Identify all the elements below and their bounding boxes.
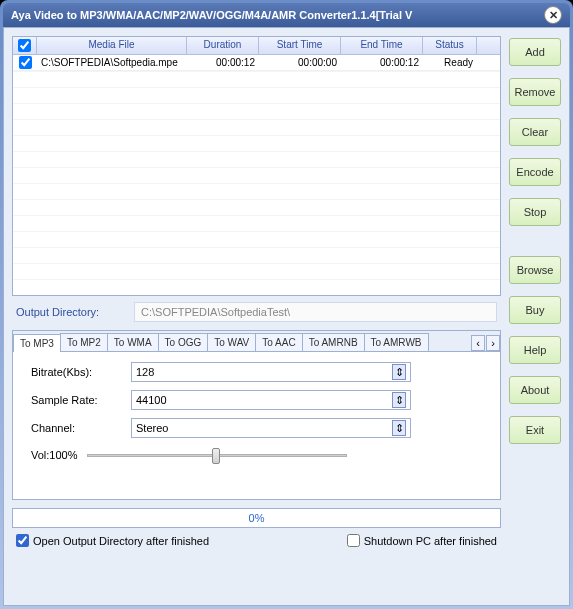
tabstrip: To MP3 To MP2 To WMA To OGG To WAV To AA… (13, 331, 500, 351)
shutdown-label: Shutdown PC after finished (364, 535, 497, 547)
sidebar: Add Remove Clear Encode Stop Browse Buy … (509, 36, 561, 597)
samplerate-select[interactable]: 44100 ⇕ (131, 390, 411, 410)
channel-label: Channel: (31, 422, 131, 434)
browse-button[interactable]: Browse (509, 256, 561, 284)
file-list: Media File Duration Start Time End Time … (12, 36, 501, 296)
output-directory-label: Output Directory: (16, 306, 126, 318)
updown-icon: ⇕ (395, 422, 404, 435)
bitrate-row: Bitrate(Kbs): 128 ⇕ (31, 362, 482, 382)
samplerate-spinner[interactable]: ⇕ (392, 392, 406, 408)
header-checkbox-cell (13, 37, 37, 54)
volume-label: Vol:100% (31, 449, 77, 461)
tab-mp3[interactable]: To MP3 (13, 334, 61, 352)
progress-text: 0% (249, 512, 265, 524)
tab-scroll-left[interactable]: ‹ (471, 335, 485, 351)
chevron-right-icon: › (491, 337, 495, 349)
progress-bar: 0% (12, 508, 501, 528)
samplerate-row: Sample Rate: 44100 ⇕ (31, 390, 482, 410)
open-output-checkbox[interactable] (16, 534, 29, 547)
cell-start: 00:00:00 (259, 56, 341, 69)
tab-wav[interactable]: To WAV (207, 333, 256, 351)
help-button[interactable]: Help (509, 336, 561, 364)
col-mediafile[interactable]: Media File (37, 37, 187, 54)
format-tabs-group: To MP3 To MP2 To WMA To OGG To WAV To AA… (12, 330, 501, 500)
volume-row: Vol:100% (31, 446, 482, 464)
col-duration[interactable]: Duration (187, 37, 259, 54)
header-checkbox[interactable] (18, 39, 31, 52)
channel-value: Stereo (136, 422, 168, 434)
bitrate-label: Bitrate(Kbs): (31, 366, 131, 378)
col-status[interactable]: Status (423, 37, 477, 54)
channel-select[interactable]: Stereo ⇕ (131, 418, 411, 438)
cell-duration: 00:00:12 (187, 56, 259, 69)
close-button[interactable]: ✕ (544, 6, 562, 24)
app-title: Aya Video to MP3/WMA/AAC/MP2/WAV/OGG/M4A… (11, 9, 412, 21)
cell-end: 00:00:12 (341, 56, 423, 69)
tab-wma[interactable]: To WMA (107, 333, 159, 351)
bitrate-value: 128 (136, 366, 154, 378)
bitrate-spinner[interactable]: ⇕ (392, 364, 406, 380)
updown-icon: ⇕ (395, 394, 404, 407)
exit-button[interactable]: Exit (509, 416, 561, 444)
cell-mediafile: C:\SOFTPEDIA\Softpedia.mpe (37, 56, 187, 69)
row-checkbox[interactable] (19, 56, 32, 69)
add-button[interactable]: Add (509, 38, 561, 66)
tab-amrnb[interactable]: To AMRNB (302, 333, 365, 351)
volume-thumb[interactable] (212, 448, 220, 464)
buy-button[interactable]: Buy (509, 296, 561, 324)
output-directory-row: Output Directory: (12, 296, 501, 328)
remove-button[interactable]: Remove (509, 78, 561, 106)
app-window: Aya Video to MP3/WMA/AAC/MP2/WAV/OGG/M4A… (0, 0, 573, 609)
clear-button[interactable]: Clear (509, 118, 561, 146)
table-row[interactable]: C:\SOFTPEDIA\Softpedia.mpe 00:00:12 00:0… (13, 55, 500, 71)
file-list-header: Media File Duration Start Time End Time … (13, 37, 500, 55)
left-column: Media File Duration Start Time End Time … (12, 36, 501, 597)
stop-button[interactable]: Stop (509, 198, 561, 226)
encode-button[interactable]: Encode (509, 158, 561, 186)
spacer (509, 238, 561, 244)
tab-scroll: ‹ › (471, 335, 500, 351)
shutdown-checkbox[interactable] (347, 534, 360, 547)
samplerate-label: Sample Rate: (31, 394, 131, 406)
tab-ogg[interactable]: To OGG (158, 333, 209, 351)
samplerate-value: 44100 (136, 394, 167, 406)
cell-status: Ready (423, 56, 477, 69)
about-button[interactable]: About (509, 376, 561, 404)
bitrate-select[interactable]: 128 ⇕ (131, 362, 411, 382)
volume-slider[interactable] (87, 446, 347, 464)
tab-aac[interactable]: To AAC (255, 333, 302, 351)
updown-icon: ⇕ (395, 366, 404, 379)
bottom-options: Open Output Directory after finished Shu… (12, 528, 501, 547)
col-endtime[interactable]: End Time (341, 37, 423, 54)
output-directory-input[interactable] (134, 302, 497, 322)
tab-content: Bitrate(Kbs): 128 ⇕ Sample Rate: 44100 ⇕ (13, 351, 500, 499)
open-output-label: Open Output Directory after finished (33, 535, 209, 547)
chevron-left-icon: ‹ (476, 337, 480, 349)
channel-spinner[interactable]: ⇕ (392, 420, 406, 436)
close-icon: ✕ (549, 9, 558, 22)
client-area: Media File Duration Start Time End Time … (3, 27, 570, 606)
col-starttime[interactable]: Start Time (259, 37, 341, 54)
tab-scroll-right[interactable]: › (486, 335, 500, 351)
tab-amrwb[interactable]: To AMRWB (364, 333, 429, 351)
titlebar: Aya Video to MP3/WMA/AAC/MP2/WAV/OGG/M4A… (3, 3, 570, 27)
file-list-body: C:\SOFTPEDIA\Softpedia.mpe 00:00:12 00:0… (13, 55, 500, 295)
open-output-option[interactable]: Open Output Directory after finished (16, 534, 209, 547)
channel-row: Channel: Stereo ⇕ (31, 418, 482, 438)
tab-mp2[interactable]: To MP2 (60, 333, 108, 351)
empty-rows (13, 71, 500, 295)
row-check-cell (13, 56, 37, 69)
shutdown-option[interactable]: Shutdown PC after finished (347, 534, 497, 547)
